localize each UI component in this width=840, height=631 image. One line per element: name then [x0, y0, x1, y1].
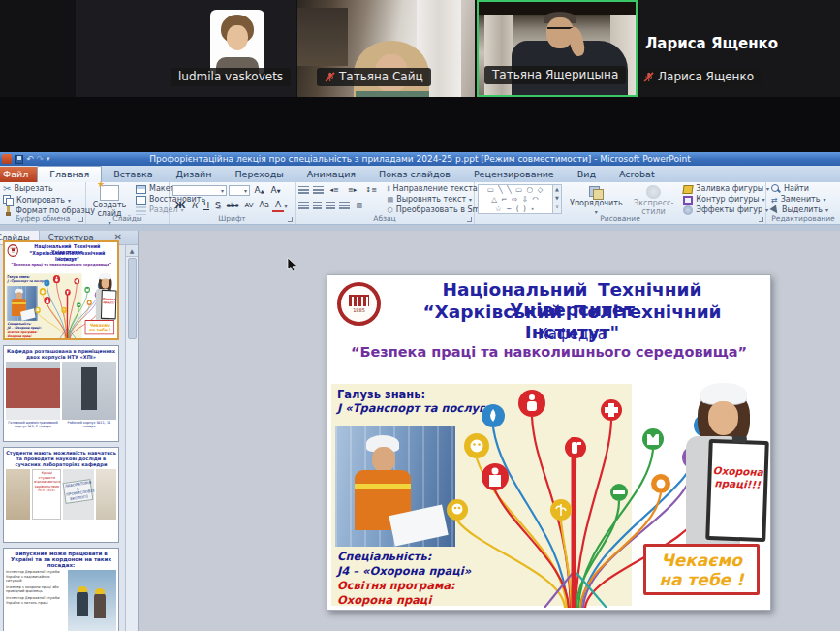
slide-editing-area[interactable]: 1885 Національний Технічний Університет … [139, 231, 840, 631]
redo-icon[interactable]: ↷ [37, 155, 45, 164]
mouse-cursor [287, 258, 297, 273]
cta-text: на тебе ! [89, 328, 110, 333]
shapes-gallery-scrollbar[interactable]: ▲ ▼ ⊽ [553, 184, 562, 214]
job-item: Інспектор Державної служби України з пит… [6, 596, 66, 605]
participant-tile-2[interactable]: Татьяна Сайц [297, 0, 475, 97]
tab-insert[interactable]: Вставка [102, 167, 164, 182]
slide-thumbnail-1-selected[interactable]: 1885 Національний Технічний Університет … [3, 240, 119, 340]
tab-home[interactable]: Главная [37, 166, 102, 182]
photo-shape [708, 401, 738, 435]
align-center-icon[interactable] [313, 202, 322, 210]
group-label: Абзац [296, 214, 474, 223]
cut-button[interactable]: ✂Вырезать [1, 184, 97, 194]
decrease-indent-icon[interactable]: ◂≡ [327, 184, 341, 196]
font-size-combobox[interactable]: ▾ [229, 185, 250, 196]
tab-slideshow[interactable]: Показ слайдов [367, 167, 462, 182]
bullets-icon[interactable] [298, 186, 309, 195]
scissors-icon: ✂ [3, 184, 11, 194]
cta-box: Чекаємо на тебе ! [643, 544, 760, 595]
replace-icon: ⇄ [771, 196, 778, 205]
tab-file[interactable]: Файл [0, 167, 37, 182]
align-left-icon[interactable] [298, 202, 309, 210]
arrange-icon [588, 185, 604, 199]
tab-design[interactable]: Дизайн [165, 167, 224, 182]
chevron-down-icon: ▾ [285, 203, 288, 209]
shape-fill-button[interactable]: Заливка фигуры▾ [681, 184, 771, 194]
tab-transitions[interactable]: Переходы [223, 167, 295, 182]
tab-animations[interactable]: Анимация [296, 167, 367, 182]
avatar-shape [227, 25, 248, 50]
scroll-down-icon[interactable]: ▼ [553, 194, 561, 203]
lab-sign-photo: ЛАБОРАТОРІЯ З ПРОМИСЛОВОЇ ЕКОЛОГІЇ [63, 469, 93, 520]
slide-thumbnail-4[interactable]: Випускник може працювати в Україні та за… [3, 548, 119, 631]
change-case-button[interactable]: Aa [257, 200, 271, 211]
tab-acrobat[interactable]: Acrobat [607, 167, 667, 182]
participant-tile-1[interactable]: ludmila vaskovets [76, 0, 296, 97]
slide[interactable]: 1885 Національний Технічний Університет … [5, 242, 117, 339]
photo-caption: Робочий корпус №11, 11 поверх [62, 421, 116, 428]
character-spacing-button[interactable]: AV [242, 200, 256, 211]
group-label: Шрифт [170, 214, 295, 223]
columns-icon[interactable]: ▥ [354, 200, 365, 211]
reset-icon [136, 196, 146, 205]
shapes-gallery[interactable]: ▭ ╲ ╲ ▭ ○ ◇ △ ⌐ ⇨ ⇩ ◠ ☆ ~ ( ) ⋆ [478, 184, 553, 214]
photo-shape [102, 279, 109, 289]
slides-panel-scrollbar[interactable]: ▲ [125, 245, 138, 631]
font-name-combobox[interactable]: ▾ [172, 185, 227, 196]
font-color-button[interactable]: А [272, 199, 283, 212]
strikethrough-button[interactable]: abc [224, 200, 241, 211]
line-spacing-icon[interactable]: ↕≡ [363, 184, 380, 196]
gallery-expand-icon[interactable]: ⊽ [553, 203, 561, 211]
scroll-up-icon[interactable]: ▲ [126, 245, 138, 257]
increase-indent-icon[interactable]: ≡▸ [345, 184, 358, 196]
slide-thumbnail-2[interactable]: Кафедра розташована в приміщеннях двох к… [3, 345, 119, 442]
job-item: Інспектор Державної служби України з над… [6, 570, 66, 584]
grow-font-button[interactable]: A▲ [252, 184, 266, 197]
dialog-launcher-icon[interactable] [78, 217, 83, 222]
arrange-button[interactable]: Упорядочить▾ [567, 184, 626, 217]
underline-button[interactable]: Ч [201, 200, 211, 211]
participant-name: Лариса Ященко [658, 70, 754, 83]
lab-sign-text: ЛАБОРАТОРІЯ З ПРОМИСЛОВОЇ ЕКОЛОГІЇ [63, 479, 94, 504]
lab-photo [96, 469, 116, 520]
save-icon[interactable] [15, 155, 23, 164]
photo-shape [77, 591, 88, 616]
tab-review[interactable]: Рецензирование [462, 167, 566, 182]
window-title: Профорієнтаційна лекція про спеціальніст… [149, 154, 690, 164]
align-right-icon[interactable] [326, 202, 335, 210]
slide-thumbnail-3[interactable]: Студенти мають можливість навчатись та п… [3, 447, 119, 543]
shape-outline-button[interactable]: Контур фигуры▾ [681, 195, 771, 205]
photo-shape [95, 588, 105, 594]
participant-tile-4[interactable]: Лариса Ященко Лариса Ященко [639, 0, 840, 97]
slide[interactable]: 1885 Національний Технічний Університет … [327, 274, 771, 611]
window-titlebar[interactable]: ↶ ↷ ▾ Профорієнтаційна лекція про спеціа… [0, 152, 840, 166]
justify-icon[interactable] [339, 202, 350, 210]
ribbon-group-font: ▾ ▾ A▲ A▼ Ж К Ч S abc AV Aa А ▾ Шрифт [170, 182, 296, 224]
dialog-launcher-icon[interactable] [288, 217, 293, 222]
italic-button[interactable]: К [189, 200, 200, 211]
participant-video [484, 15, 513, 97]
participant-tile-active-speaker[interactable]: Татьяна Ящерицына [477, 0, 638, 97]
participant-name-label: Татьяна Сайц [317, 68, 431, 86]
find-button[interactable]: Найти [769, 184, 838, 194]
numbering-icon[interactable] [313, 186, 324, 195]
participant-name: Татьяна Сайц [339, 70, 423, 83]
text-shadow-button[interactable]: S [213, 200, 224, 211]
scroll-up-icon[interactable]: ▲ [553, 185, 561, 194]
copy-button[interactable]: Копировать▾ [1, 195, 97, 205]
quick-styles-button[interactable]: Экспресс-стили [631, 184, 677, 217]
outline-icon [683, 196, 693, 205]
bold-button[interactable]: Ж [172, 200, 188, 211]
chevron-down-icon[interactable]: ▾ [47, 152, 50, 166]
quick-access-toolbar: ↶ ↷ ▾ [2, 153, 50, 165]
tab-view[interactable]: Вид [566, 167, 607, 182]
participant-display-name: Лариса Ященко [639, 35, 784, 52]
meeting-video-strip: ludmila vaskovets Татьяна Сайц Татьяна Я… [0, 0, 840, 97]
scrollbar-thumb[interactable] [128, 258, 137, 339]
dialog-launcher-icon[interactable] [467, 217, 472, 222]
powerpoint-window: ↶ ↷ ▾ Профорієнтаційна лекція про спеціа… [0, 152, 840, 631]
replace-button[interactable]: ⇄Заменить▾ [769, 195, 838, 205]
shrink-font-button[interactable]: A▼ [268, 184, 283, 197]
undo-icon[interactable]: ↶ [26, 155, 34, 164]
dialog-launcher-icon[interactable] [759, 217, 763, 222]
